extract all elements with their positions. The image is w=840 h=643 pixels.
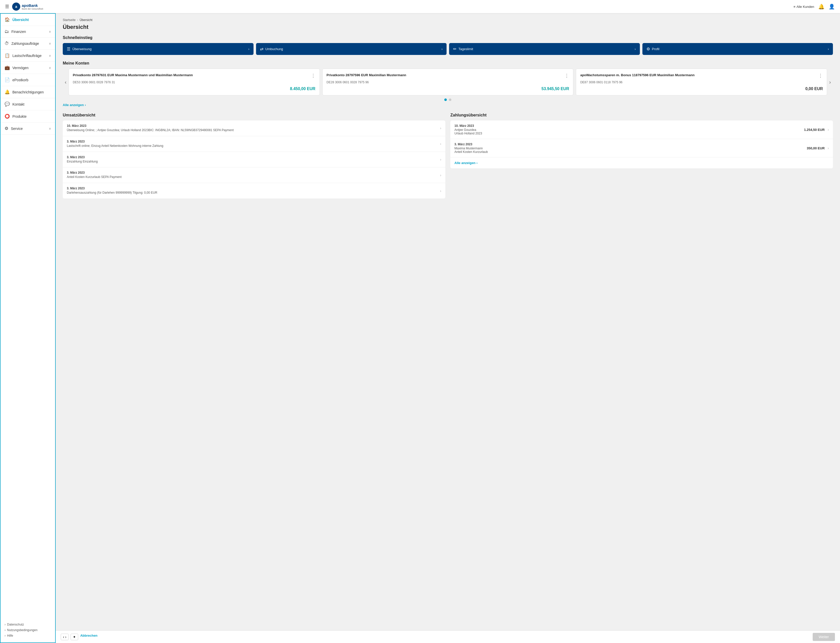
chevron-right-icon: › (828, 47, 829, 51)
zahlung-amount-1: 1.254,50 EUR (804, 128, 825, 132)
sidebar-item-lastschriftauftraege[interactable]: 📋 Lastschriftaufträge ∨ (0, 50, 55, 62)
page-title: Übersicht (63, 24, 833, 30)
notification-icon[interactable]: 🔔 (818, 3, 825, 10)
konto-title-2: Privatkonto 28797596 EUR Maximilian Must… (327, 73, 563, 77)
chevron-right-icon: › (477, 161, 477, 165)
logo-subtitle: Bank der Gesundheit (22, 8, 43, 10)
konto-title-3: apoWachstumssparen m. Bonus 118797596 EU… (580, 73, 816, 77)
chevron-right-icon: › (440, 126, 441, 130)
ueberweisung-button[interactable]: ☰ Überweisung › (63, 43, 254, 55)
zahlung-title: Zahlungsübersicht (450, 113, 833, 118)
produkte-icon: ⭕ (5, 114, 10, 119)
sidebar-item-produkte[interactable]: ⭕ Produkte (0, 110, 55, 122)
zahlung-date-1: 10. März 2023 (454, 124, 804, 127)
konto-menu-icon-1[interactable]: ⋮ (311, 73, 316, 78)
umsatz-title: Umsatzübersicht (63, 113, 445, 118)
tageslimit-button[interactable]: ✏ Tageslimit › (449, 43, 640, 55)
chevron-right-icon: › (248, 47, 249, 51)
sidebar-item-vermoegen[interactable]: 💼 Vermögen ∨ (0, 62, 55, 74)
zahlung-alle-anzeigen-button[interactable]: Alle anzeigen › (450, 157, 833, 168)
header-right: ≡ Alle Kunden 🔔 👤 (793, 3, 835, 10)
umsatz-item-5[interactable]: 3. März 2023 Darlehensauszahlung (für Da… (63, 183, 445, 199)
chevron-right-icon: › (440, 173, 441, 177)
dot-2[interactable] (449, 98, 451, 101)
breadcrumb-home[interactable]: Startseite (63, 18, 76, 22)
sidebar: 🏠 Übersicht 🗂 Finanzen ∨ ⏱ Zahlungsauftr… (0, 13, 56, 643)
umbuchung-button[interactable]: ⇄ Umbuchung › (256, 43, 447, 55)
meine-konten-section: Meine Konten ‹ Privatkonto 28797631 EUR … (63, 61, 833, 107)
logo-text: apoBank Bank der Gesundheit (22, 3, 43, 10)
konto-menu-icon-2[interactable]: ⋮ (565, 73, 569, 78)
chevron-right-icon: › (635, 47, 636, 51)
meine-konten-title: Meine Konten (63, 61, 833, 65)
weiter-button[interactable]: Weiter (813, 633, 835, 641)
service-icon: ⚙ (5, 126, 8, 131)
carousel-next-button[interactable]: › (827, 77, 833, 87)
umsatz-desc-4: Anteil Kosten Kurzurlaub SEPA Payment (67, 175, 440, 179)
carousel-dots (63, 98, 833, 101)
benachrichtigungen-icon: 🔔 (5, 89, 10, 95)
sidebar-item-finanzen[interactable]: 🗂 Finanzen ∨ (0, 26, 55, 38)
two-col-section: Umsatzübersicht 10. März 2023 Überweisun… (63, 113, 833, 199)
sidebar-footer-datenschutz[interactable]: › Datenschutz (5, 622, 51, 627)
zahlung-amount-2: 350,00 EUR (807, 146, 825, 150)
sidebar-item-epostkorb[interactable]: 📄 ePostkorb (0, 74, 55, 86)
sidebar-item-service[interactable]: ⚙ Service ∨ (0, 122, 55, 135)
epostkorb-icon: 📄 (5, 77, 10, 83)
header: ☰ a apoBank Bank der Gesundheit ≡ Alle K… (0, 0, 840, 13)
sidebar-label-kontakt: Kontakt (12, 102, 24, 106)
profil-icon: ⚙ (646, 47, 650, 51)
umsatz-column: Umsatzübersicht 10. März 2023 Überweisun… (63, 113, 445, 199)
logo-circle: a (12, 3, 20, 11)
umsatz-list: 10. März 2023 Überweisung Online; ; Antj… (63, 121, 445, 199)
move-button[interactable]: ✦ (71, 634, 78, 640)
konto-iban-2: DE28 3006 0601 0028 7975 96 (327, 80, 569, 84)
code-toggle-button[interactable]: ‹ › (61, 634, 68, 640)
schnelleinstieg-title: Schnelleinstieg (63, 36, 833, 40)
sidebar-label-finanzen: Finanzen (11, 29, 26, 34)
umsatz-desc-3: Einzahlung Einzahlung (67, 160, 440, 164)
user-icon[interactable]: 👤 (829, 3, 835, 10)
konto-menu-icon-3[interactable]: ⋮ (818, 73, 823, 78)
zahlung-purpose-2: Anteil Kosten Kurzurlaub (454, 150, 807, 153)
sidebar-footer-nutzungsbedingungen[interactable]: › Nutzungsbedingungen (5, 627, 51, 633)
sidebar-footer-hilfe[interactable]: › Hilfe (5, 633, 51, 638)
umsatz-item-1[interactable]: 10. März 2023 Überweisung Online; ; Antj… (63, 121, 445, 136)
sidebar-item-benachrichtigungen[interactable]: 🔔 Benachrichtigungen (0, 86, 55, 98)
kontakt-icon: 💬 (5, 101, 10, 107)
umsatz-item-4[interactable]: 3. März 2023 Anteil Kosten Kurzurlaub SE… (63, 167, 445, 183)
zahlung-item-1[interactable]: 10. März 2023 Antjee Gouzdea Urlaub Holl… (450, 121, 833, 139)
dot-1[interactable] (444, 98, 447, 101)
umsatz-item-2[interactable]: 3. März 2023 Lastschrift online; Einzug … (63, 136, 445, 152)
bottom-bar-left: ‹ › ✦ Abbrechen (61, 634, 98, 640)
profil-button[interactable]: ⚙ Profil › (642, 43, 833, 55)
konto-balance-3: 0,00 EUR (580, 86, 823, 91)
umsatz-desc-2: Lastschrift online; Einzug Anteil Nebenk… (67, 144, 440, 148)
zahlung-purpose-1: Urlaub Holland 2023 (454, 132, 804, 135)
ueberweisung-icon: ☰ (67, 47, 70, 51)
sidebar-item-kontakt[interactable]: 💬 Kontakt (0, 98, 55, 110)
sidebar-item-zahlungsauftraege[interactable]: ⏱ Zahlungsaufträge ∨ (0, 38, 55, 50)
sidebar-label-zahlungsauftraege: Zahlungsaufträge (11, 41, 39, 46)
konto-card-2: Privatkonto 28797596 EUR Maximilian Must… (322, 69, 573, 95)
alle-anzeigen-button[interactable]: Alle anzeigen › (63, 103, 833, 107)
sidebar-item-uebersicht[interactable]: 🏠 Übersicht (0, 14, 55, 26)
konto-card-3: apoWachstumssparen m. Bonus 118797596 EU… (576, 69, 827, 95)
main-layout: 🏠 Übersicht 🗂 Finanzen ∨ ⏱ Zahlungsauftr… (0, 13, 840, 643)
konto-title-1: Privatkonto 28797631 EUR Maxima Musterma… (73, 73, 309, 77)
zahlung-item-2[interactable]: 3. März 2023 Maxima Mustermann Anteil Ko… (450, 139, 833, 157)
content-area: Startseite › Übersicht Übersicht Schnell… (56, 13, 840, 630)
umsatz-item-3[interactable]: 3. März 2023 Einzahlung Einzahlung › (63, 152, 445, 168)
finanzen-icon: 🗂 (5, 29, 9, 34)
home-icon: 🏠 (5, 17, 10, 22)
logo: a apoBank Bank der Gesundheit (12, 3, 43, 11)
chevron-right-icon: › (440, 142, 441, 146)
abbrechen-link[interactable]: Abbrechen (80, 634, 98, 640)
carousel-prev-button[interactable]: ‹ (63, 77, 68, 87)
chevron-down-icon: ∨ (49, 127, 51, 131)
alle-kunden-button[interactable]: ≡ Alle Kunden (793, 5, 814, 8)
sidebar-label-epostkorb: ePostkorb (12, 78, 28, 82)
zahlungsauftraege-icon: ⏱ (5, 41, 9, 46)
chevron-down-icon: ∨ (49, 42, 51, 45)
hamburger-icon[interactable]: ☰ (5, 4, 9, 9)
